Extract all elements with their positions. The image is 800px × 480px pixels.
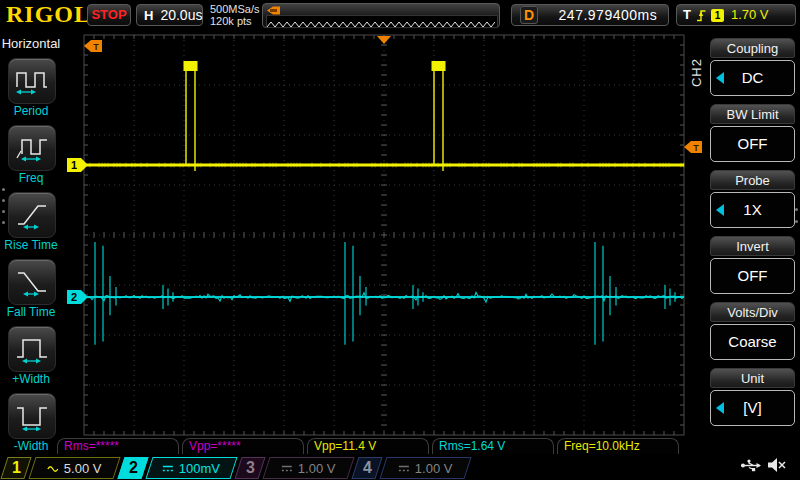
menu-page-dot [2,199,5,202]
minus-width-label: -Width [0,439,62,453]
invert-label: Invert [710,236,795,256]
rise-time-icon [15,200,49,230]
coupling-button[interactable]: DC [710,60,795,96]
preview-waveform [267,19,495,30]
bw-limit-value: OFF [738,135,768,152]
probe-button[interactable]: 1X [710,192,795,228]
freq-button[interactable] [8,125,56,171]
unit-button[interactable]: [V] [710,390,795,426]
sample-rate: 500MSa/s [210,3,260,15]
oscilloscope-screen: RIGOL STOP H20.0us 500MSa/s 120k pts D 2… [0,0,800,480]
minus-width-icon [15,401,49,431]
acquisition-info: 500MSa/s 120k pts [210,3,260,27]
channel-1-status[interactable]: 1 5.00 V [0,457,120,479]
plus-width-button[interactable] [8,326,56,372]
dc-coupling-icon [398,464,410,473]
channel-2-status[interactable]: 2 100mV [117,457,237,479]
fall-time-button[interactable] [8,259,56,305]
usb-icon [740,458,762,473]
menu-page-dot [2,188,5,191]
probe-value: 1X [743,201,761,218]
coupling-value: DC [742,69,764,86]
softkey-arrow-icon [716,204,724,216]
channel-2-scale: 100mV [145,457,237,479]
measurement-slot-5[interactable]: Freq=10.0kHz [557,438,679,454]
trigger-label: T [683,5,691,25]
delay-readout-box: D 247.979400ms [511,4,669,26]
unit-label: Unit [710,368,795,388]
invert-button[interactable]: OFF [710,258,795,294]
channel-4-scale: 1.00 V [379,457,471,479]
freq-label: Freq [0,171,62,185]
menu-page-dot [795,220,798,223]
bw-limit-label: BW Limit [710,104,795,124]
plus-width-label: +Width [0,372,62,386]
menu-page-dot [2,210,5,213]
delay-value: 247.979400ms [559,7,658,23]
memory-depth: 120k pts [210,15,260,27]
delay-label: D [520,6,538,24]
minus-width-button[interactable] [8,393,56,439]
trigger-readout-box: T 1 1.70 V [676,4,796,26]
channel-3-status[interactable]: 3 1.00 V [234,457,354,479]
channel-1-number: 1 [0,457,31,479]
trigger-source-badge: 1 [711,9,724,22]
dc-coupling-icon [281,464,293,473]
measurement-slot-3[interactable]: Vpp=11.4 V [307,438,429,454]
measurement-value: Vpp=***** [189,439,241,453]
channel-3-number: 3 [234,457,265,479]
rise-time-button[interactable] [8,192,56,238]
svg-text:T: T [93,42,99,52]
run-state-label: STOP [91,7,126,22]
waveform-display: 12TT [62,30,706,437]
channel-2-number: 2 [117,457,148,479]
coupling-label: Coupling [710,38,795,58]
trigger-edge-icon [695,8,707,23]
softkey-arrow-icon [716,402,724,414]
timebase-value: 20.0us [160,7,202,23]
brand-logo: RIGOL [6,1,91,28]
channel-3-scale: 1.00 V [262,457,354,479]
svg-text:2: 2 [71,291,77,303]
trigger-level-value: 1.70 V [731,5,769,25]
run-state-indicator[interactable]: STOP [87,4,131,26]
invert-value: OFF [738,267,768,284]
unit-value: [V] [743,399,761,416]
channel-4-status[interactable]: 4 1.00 V [351,457,471,479]
period-button[interactable] [8,58,56,104]
waveform-preview-bar[interactable] [262,3,500,28]
softkey-arrow-icon [716,72,724,84]
measurement-slot-2[interactable]: Vpp=***** [182,438,304,454]
freq-icon [15,133,49,163]
probe-label: Probe [710,170,795,190]
trigger-offscreen-arrow-icon [266,6,281,15]
bw-limit-button[interactable]: OFF [710,126,795,162]
period-icon [15,66,49,96]
measurement-value: Freq=10.0kHz [564,439,640,453]
period-label: Period [0,104,62,118]
preview-window [266,15,498,28]
plus-width-icon [15,334,49,364]
measurement-value: Rms=1.64 V [439,439,505,453]
volts-div-button[interactable]: Coarse [710,324,795,360]
fall-time-label: Fall Time [0,305,62,319]
svg-text:1: 1 [71,159,77,171]
channel-2-volts-div: 100mV [179,461,220,476]
channel-1-volts-div: 5.00 V [64,461,102,476]
svg-text:T: T [693,143,699,153]
measurement-value: Rms=***** [64,439,119,453]
measurement-value: Vpp=11.4 V [314,439,376,453]
volts-div-value: Coarse [728,333,776,350]
speaker-muted-icon [767,456,787,474]
menu-page-dot [2,221,5,224]
fall-time-icon [15,267,49,297]
measurement-slot-4[interactable]: Rms=1.64 V [432,438,554,454]
channel-4-volts-div: 1.00 V [415,461,453,476]
channel-3-volts-div: 1.00 V [298,461,336,476]
rise-time-label: Rise Time [0,238,62,252]
horizontal-timebase-box[interactable]: H20.0us [136,4,203,26]
channel-4-number: 4 [351,457,382,479]
measurement-slot-1[interactable]: Rms=***** [57,438,179,454]
menu-page-dot [795,208,798,211]
left-menu-title: Horizontal [0,36,62,51]
